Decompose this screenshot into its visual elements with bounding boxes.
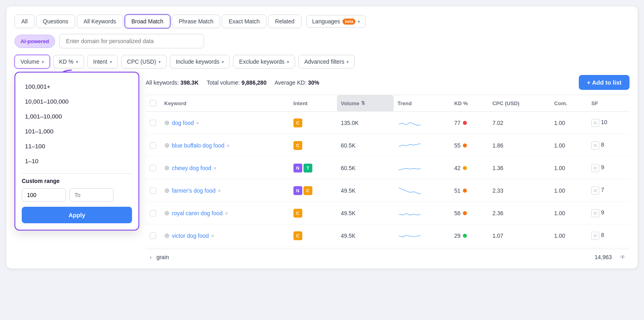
intent-badge: C xyxy=(293,118,302,127)
row-checkbox-0[interactable] xyxy=(150,120,156,126)
sf-icon[interactable]: ⊡ xyxy=(591,141,599,150)
eye-icon[interactable]: 👁 xyxy=(620,254,625,260)
add-keyword-icon[interactable]: ⊕ xyxy=(164,141,169,149)
col-trend: Trend xyxy=(394,95,450,112)
keyword-chevrons-icon: » xyxy=(225,210,228,216)
filter-advanced-label: Advanced filters xyxy=(304,58,345,65)
volume-cell-4: 49.5K xyxy=(337,202,394,224)
sf-icon[interactable]: ⊡ xyxy=(591,164,599,172)
com-cell-0: 1.00 xyxy=(550,112,587,134)
expand-chevron-icon[interactable]: › xyxy=(150,254,152,260)
filter-include[interactable]: Include keywords ▾ xyxy=(170,55,230,69)
tab-related[interactable]: Related xyxy=(268,15,301,28)
intent-badges: C xyxy=(293,231,333,240)
filter-bar: Volume ▾ KD % ▾ Intent ▾ CPC (USD) ▾ Inc… xyxy=(14,55,630,69)
filter-volume-label: Volume xyxy=(21,58,39,65)
total-volume-stat: Total volume: 9,886,280 xyxy=(207,79,267,86)
domain-row: AI-powered xyxy=(14,34,630,48)
sf-icon[interactable]: ⊡ xyxy=(591,232,599,240)
row-checkbox-3[interactable] xyxy=(150,187,156,194)
row-checkbox-4[interactable] xyxy=(150,210,156,216)
sf-icon[interactable]: ⊡ xyxy=(591,209,599,217)
keyword-cell-0[interactable]: ⊕ dog food » xyxy=(164,119,285,127)
volume-option-101[interactable]: 101–1,000 xyxy=(22,124,132,139)
apply-button[interactable]: Apply xyxy=(22,207,132,223)
row-checkbox-2[interactable] xyxy=(150,165,156,171)
intent-badge: T xyxy=(303,164,312,172)
kd-cell-5: 29 xyxy=(450,224,488,247)
sf-cell-2: ⊡ 9 xyxy=(587,157,630,179)
volume-sort-icon[interactable]: ⇅ xyxy=(361,100,365,106)
ai-powered-button[interactable]: AI-powered xyxy=(14,35,55,48)
kd-dot-icon xyxy=(463,166,467,170)
languages-chevron-icon: ▾ xyxy=(358,19,360,24)
tab-languages[interactable]: Languages beta ▾ xyxy=(306,15,366,28)
table-row: ⊕ royal canin dog food » C49.5K 562.361.… xyxy=(146,202,630,224)
tab-all-keywords[interactable]: All Keywords xyxy=(77,15,123,28)
volume-option-100001[interactable]: 100,001+ xyxy=(22,79,132,94)
add-to-list-button[interactable]: + Add to list xyxy=(579,75,630,90)
trend-cell-4 xyxy=(394,202,450,224)
tab-exact-match[interactable]: Exact Match xyxy=(222,15,266,28)
add-keyword-icon[interactable]: ⊕ xyxy=(164,232,169,239)
select-all-checkbox[interactable] xyxy=(150,100,156,106)
bottom-volume: 14,963 xyxy=(594,254,612,260)
cpc-chevron-icon: ▾ xyxy=(159,60,161,64)
kd-dot-icon xyxy=(463,143,467,148)
col-kd: KD % xyxy=(450,95,488,112)
keyword-cell-4[interactable]: ⊕ royal canin dog food » xyxy=(164,209,285,217)
row-checkbox-1[interactable] xyxy=(150,142,156,149)
keyword-chevrons-icon: » xyxy=(218,188,221,193)
trend-sparkline-icon xyxy=(398,116,422,128)
row-checkbox-5[interactable] xyxy=(150,233,156,239)
keyword-cell-3[interactable]: ⊕ farmer's dog food » xyxy=(164,187,285,194)
kd-dot-icon xyxy=(463,211,467,215)
range-to-input[interactable] xyxy=(69,188,114,202)
keyword-cell-5[interactable]: ⊕ victor dog food » xyxy=(164,232,285,239)
table-row: ⊕ blue buffalo dog food » C60.5K 551.861… xyxy=(146,134,630,157)
filter-exclude[interactable]: Exclude keywords ▾ xyxy=(233,55,295,69)
kd-cell-2: 42 xyxy=(450,157,488,179)
all-keywords-value: 398.3K xyxy=(180,79,198,86)
filter-advanced[interactable]: Advanced filters ▾ xyxy=(298,55,355,69)
filter-kd[interactable]: KD % ▾ xyxy=(53,55,84,69)
kd-value: 51 xyxy=(454,187,460,194)
tab-all[interactable]: All xyxy=(14,15,35,28)
volume-option-1[interactable]: 1–10 xyxy=(22,154,132,168)
trend-sparkline-icon xyxy=(398,139,422,150)
tab-phrase-match[interactable]: Phrase Match xyxy=(172,15,220,28)
keywords-table-wrapper: Keyword Intent Volume ⇅ Trend KD % CPC (… xyxy=(146,95,630,247)
right-panel: All keywords: 398.3K Total volume: 9,886… xyxy=(146,69,630,260)
filter-cpc[interactable]: CPC (USD) ▾ xyxy=(121,55,167,69)
keyword-text: farmer's dog food xyxy=(172,187,216,194)
keyword-text: royal canin dog food xyxy=(172,210,223,216)
filter-volume[interactable]: Volume ▾ xyxy=(14,55,50,69)
keyword-chevrons-icon: » xyxy=(227,143,230,148)
keyword-cell-2[interactable]: ⊕ chewy dog food » xyxy=(164,164,285,172)
add-keyword-icon[interactable]: ⊕ xyxy=(164,209,169,217)
sf-icon[interactable]: ⊡ xyxy=(591,187,599,195)
range-from-input[interactable] xyxy=(22,188,66,202)
bottom-keyword: grain xyxy=(157,254,169,260)
volume-option-1001[interactable]: 1,001–10,000 xyxy=(22,109,132,124)
kd-dot-icon xyxy=(463,234,467,238)
col-intent: Intent xyxy=(289,95,337,112)
sf-cell-4: ⊡ 9 xyxy=(587,202,630,224)
tab-broad-match[interactable]: Broad Match xyxy=(125,15,170,28)
filter-cpc-label: CPC (USD) xyxy=(127,58,156,65)
keyword-chevrons-icon: » xyxy=(214,165,217,171)
add-keyword-icon[interactable]: ⊕ xyxy=(164,164,169,172)
keyword-cell-1[interactable]: ⊕ blue buffalo dog food » xyxy=(164,141,285,149)
col-sf: SF xyxy=(587,95,630,112)
filter-intent[interactable]: Intent ▾ xyxy=(87,55,118,69)
add-keyword-icon[interactable]: ⊕ xyxy=(164,119,169,127)
volume-option-10001[interactable]: 10,001–100,000 xyxy=(22,94,132,109)
add-keyword-icon[interactable]: ⊕ xyxy=(164,187,169,194)
intent-badge: C xyxy=(303,186,312,195)
volume-option-11[interactable]: 11–100 xyxy=(22,139,132,154)
tab-questions[interactable]: Questions xyxy=(36,15,75,28)
col-volume[interactable]: Volume ⇅ xyxy=(337,95,394,112)
domain-input[interactable] xyxy=(59,34,204,48)
intent-badges: NC xyxy=(293,186,333,195)
sf-icon[interactable]: ⊡ xyxy=(591,119,599,127)
